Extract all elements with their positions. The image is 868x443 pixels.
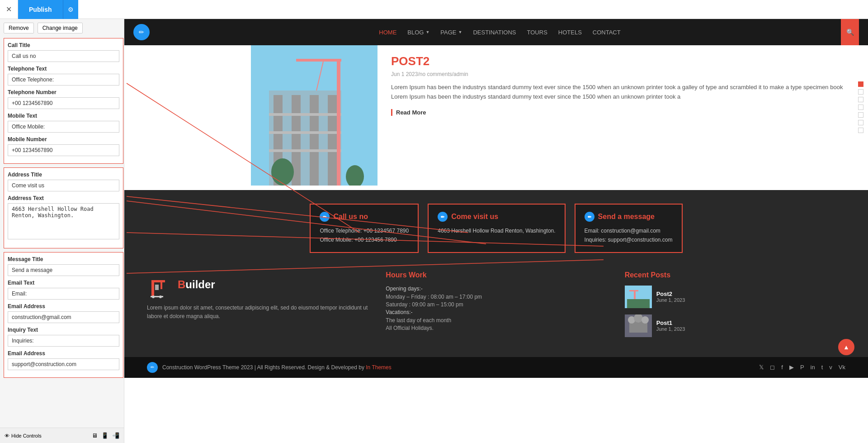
- email-address-input[interactable]: [8, 311, 119, 323]
- mobile-number-label: Mobile Number: [8, 136, 119, 143]
- facebook-icon[interactable]: f: [781, 364, 783, 371]
- telephone-text-input[interactable]: [8, 74, 119, 86]
- page-indicator-1[interactable]: [858, 81, 863, 87]
- page-dropdown-icon: ▼: [458, 30, 462, 34]
- twitter-icon[interactable]: 𝕏: [759, 364, 764, 371]
- footer-description: Lorem ipsum dolor sit amet, consectetur …: [147, 304, 368, 321]
- post-content: POST2 Jun 1 2023/no comments/admin Lorem…: [377, 45, 868, 190]
- page-indicator-2[interactable]: [858, 89, 863, 95]
- hours-holidays: All Official Holidays.: [386, 325, 606, 331]
- post2-thumb: [625, 286, 652, 308]
- page-indicator-6[interactable]: [858, 120, 863, 125]
- pinterest-icon[interactable]: P: [800, 364, 804, 371]
- hide-controls-button[interactable]: 👁 Hide Controls: [5, 433, 42, 438]
- message-title-label: Message Title: [8, 256, 119, 262]
- brand-name[interactable]: In Themes: [366, 364, 391, 371]
- visit-card-text: 4663 Hershell Hollow Road Renton, Washin…: [438, 226, 555, 235]
- hero-image: [251, 45, 377, 186]
- publish-button[interactable]: Publish: [18, 0, 63, 19]
- footer-social-links: 𝕏 ◻ f ▶ P in t v Vk: [759, 364, 845, 371]
- recent-post-2-date: June 1, 2023: [656, 326, 685, 332]
- read-more-link[interactable]: Read More: [391, 109, 854, 116]
- footer-col-logo: Builder Lorem ipsum dolor sit amet, cons…: [147, 271, 368, 321]
- svg-rect-10: [296, 59, 341, 62]
- contact-card-message: ✏ Send a message Email: construction@gma…: [575, 204, 683, 253]
- panel-bottom-bar: 👁 Hide Controls 🖥 📱 📲: [0, 428, 124, 443]
- device-switcher: 🖥 📱 📲: [92, 432, 119, 439]
- address-text-input[interactable]: 4663 Hershell Hollow Road Renton, Washin…: [8, 203, 119, 239]
- youtube-icon[interactable]: ▶: [789, 364, 794, 371]
- tablet-icon[interactable]: 📱: [101, 432, 108, 439]
- recent-post-1-name[interactable]: Post2: [656, 291, 685, 297]
- nav-hotels[interactable]: HOTELS: [558, 29, 582, 36]
- recent-post-1: Post2 June 1, 2023: [625, 286, 845, 308]
- svg-point-19: [152, 295, 155, 298]
- blog-dropdown-icon: ▼: [425, 30, 429, 34]
- hours-title: Hours Work: [386, 271, 606, 279]
- nav-destinations[interactable]: DESTINATIONS: [473, 29, 516, 36]
- visit-card-icon: ✏: [438, 212, 448, 222]
- nav-home[interactable]: HOME: [379, 29, 396, 36]
- telephone-text-label: Telephone Text: [8, 66, 119, 72]
- recent-post-2-name[interactable]: Post1: [656, 319, 685, 326]
- page-indicator-3[interactable]: [858, 97, 863, 102]
- vimeo-icon[interactable]: v: [829, 364, 832, 371]
- publish-section: Publish ⚙: [18, 0, 78, 19]
- close-button[interactable]: ✕: [0, 0, 18, 19]
- scroll-up-button[interactable]: ▲: [838, 339, 854, 355]
- contact-card-visit: ✏ Come visit us 4663 Hershell Hollow Roa…: [428, 204, 565, 253]
- remove-button[interactable]: Remove: [4, 23, 34, 33]
- call-card-title: ✏ Call us no: [320, 212, 409, 222]
- mobile-icon[interactable]: 📲: [112, 432, 119, 439]
- page-indicator-7[interactable]: [858, 128, 863, 133]
- recent-post-2-info: Post1 June 1, 2023: [656, 314, 685, 337]
- mobile-number-input[interactable]: [8, 144, 119, 156]
- page-indicator-4[interactable]: [858, 105, 863, 110]
- footer-logo-text: Builder: [178, 278, 215, 291]
- footer-col-recent: Recent Posts: [625, 271, 845, 343]
- svg-rect-16: [151, 280, 165, 282]
- publish-settings-button[interactable]: ⚙: [63, 0, 78, 19]
- nav-tours[interactable]: TOURS: [527, 29, 547, 36]
- vk-icon[interactable]: Vk: [839, 364, 845, 371]
- change-image-button[interactable]: Change image: [38, 23, 83, 33]
- telephone-number-input[interactable]: [8, 97, 119, 109]
- footer-columns: Builder Lorem ipsum dolor sit amet, cons…: [147, 271, 845, 343]
- search-icon: 🔍: [846, 29, 854, 36]
- desktop-icon[interactable]: 🖥: [92, 432, 98, 439]
- website-preview: ✏ HOME BLOG ▼ PAGE ▼ DESTINATIONS TOURS …: [124, 19, 868, 443]
- nav-page[interactable]: PAGE ▼: [440, 29, 462, 36]
- post-meta: Jun 1 2023/no comments/admin: [391, 71, 854, 77]
- svg-rect-7: [269, 131, 341, 134]
- hours-last-day: The last day of each month: [386, 317, 606, 324]
- svg-rect-9: [337, 59, 340, 186]
- hours-vacation-label: Vacations:-: [386, 309, 606, 315]
- search-button[interactable]: 🔍: [841, 19, 859, 45]
- svg-point-20: [159, 295, 162, 298]
- page-indicators: [858, 81, 863, 133]
- inquiry-text-input[interactable]: [8, 335, 119, 347]
- tumblr-icon[interactable]: t: [821, 364, 823, 371]
- nav-contact[interactable]: CONTACT: [593, 29, 621, 36]
- hero-area: POST2 Jun 1 2023/no comments/admin Lorem…: [124, 45, 868, 190]
- post-body: Lorem Ipsum has been the industrys stand…: [391, 83, 854, 102]
- eye-icon: 👁: [5, 433, 9, 438]
- mobile-text-label: Mobile Text: [8, 113, 119, 119]
- email-text-input[interactable]: [8, 288, 119, 300]
- call-card-text: Office Telephone: +00 1234567 7890 Offic…: [320, 226, 409, 245]
- contact-cards: ✏ Call us no Office Telephone: +00 12345…: [147, 204, 845, 253]
- instagram-icon[interactable]: ◻: [770, 364, 775, 371]
- address-title-input[interactable]: [8, 180, 119, 191]
- recent-posts-title: Recent Posts: [625, 271, 845, 279]
- linkedin-icon[interactable]: in: [811, 364, 815, 371]
- nav-blog[interactable]: BLOG ▼: [407, 29, 429, 36]
- mobile-text-input[interactable]: [8, 121, 119, 133]
- inquiry-email-input[interactable]: [8, 358, 119, 370]
- call-card-icon: ✏: [320, 212, 330, 222]
- address-title-label: Address Title: [8, 171, 119, 178]
- builder-logo-svg: [147, 271, 174, 298]
- nav-links: HOME BLOG ▼ PAGE ▼ DESTINATIONS TOURS HO…: [159, 29, 841, 36]
- call-title-input[interactable]: [8, 50, 119, 62]
- page-indicator-5[interactable]: [858, 112, 863, 118]
- message-title-input[interactable]: [8, 264, 119, 276]
